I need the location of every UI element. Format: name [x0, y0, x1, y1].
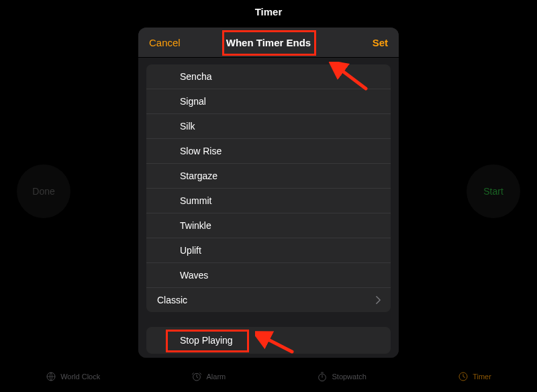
tab-label: Timer	[473, 373, 491, 381]
tab-world-clock[interactable]: World Clock	[46, 371, 100, 382]
start-button[interactable]: Start	[467, 164, 520, 218]
popover-header: Cancel When Timer Ends Set	[138, 28, 399, 58]
tone-row-summit[interactable]: Summit	[146, 188, 391, 213]
done-button[interactable]: Done	[17, 164, 70, 218]
tone-row-waves[interactable]: Waves	[146, 262, 391, 287]
chevron-right-icon	[375, 295, 381, 305]
stop-playing-label: Stop Playing	[180, 335, 233, 346]
cancel-button[interactable]: Cancel	[149, 37, 181, 48]
tab-alarm[interactable]: Alarm	[191, 371, 226, 382]
classic-label: Classic	[157, 295, 187, 305]
when-timer-ends-popover: Cancel When Timer Ends Set Sencha Signal…	[138, 28, 399, 358]
stop-playing-row[interactable]: Stop Playing	[146, 327, 391, 354]
tone-row-uplift[interactable]: Uplift	[146, 238, 391, 262]
tab-timer[interactable]: Timer	[458, 371, 491, 382]
tab-label: Alarm	[206, 373, 226, 381]
tone-row-slowrise[interactable]: Slow Rise	[146, 138, 391, 163]
globe-icon	[46, 371, 56, 382]
tab-label: World Clock	[60, 373, 100, 381]
tab-label: Stopwatch	[332, 373, 366, 381]
tab-bar: World Clock Alarm Stopwatch Timer	[0, 361, 537, 392]
stopwatch-icon	[317, 371, 328, 382]
set-button[interactable]: Set	[373, 37, 388, 48]
tone-scroll-area[interactable]: Sencha Signal Silk Slow Rise Stargaze Su…	[138, 58, 399, 358]
timer-icon	[458, 371, 469, 382]
tone-row-stargaze[interactable]: Stargaze	[146, 163, 391, 188]
tone-row-twinkle[interactable]: Twinkle	[146, 213, 391, 238]
tab-stopwatch[interactable]: Stopwatch	[317, 371, 366, 382]
alarm-icon	[191, 371, 202, 382]
tone-row-silk[interactable]: Silk	[146, 113, 391, 138]
tone-row-signal[interactable]: Signal	[146, 89, 391, 113]
page-title: Timer	[0, 6, 537, 17]
tone-row-sencha[interactable]: Sencha	[146, 64, 391, 89]
tone-list: Sencha Signal Silk Slow Rise Stargaze Su…	[146, 64, 391, 312]
tone-row-classic[interactable]: Classic	[146, 287, 391, 312]
